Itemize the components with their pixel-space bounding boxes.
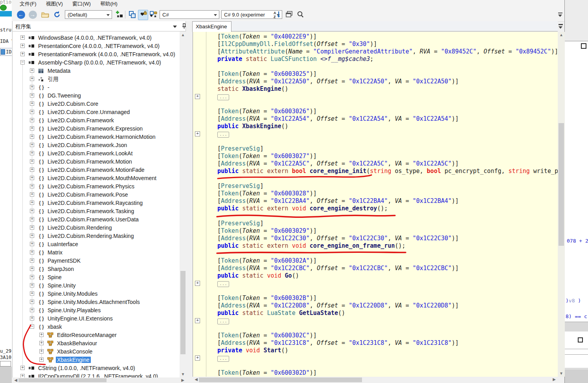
- tree-row[interactable]: +Il2CppDummyDll (2.7.1.6, .NETFramework,…: [13, 372, 180, 377]
- expand-icon[interactable]: +: [30, 267, 34, 271]
- expand-icon[interactable]: +: [30, 258, 34, 263]
- expand-icon[interactable]: +: [30, 291, 34, 296]
- tree-row[interactable]: +{ }Live2D.Cubism.Core: [13, 100, 180, 108]
- tree-row[interactable]: +{ }Spine.Unity.Playables: [13, 306, 180, 315]
- expand-icon[interactable]: +: [30, 77, 34, 81]
- expand-icon[interactable]: +: [30, 151, 34, 155]
- tree-row[interactable]: +{ }Matrix: [13, 249, 180, 257]
- expand-icon[interactable]: +: [30, 126, 34, 131]
- collapsed-region[interactable]: ...: [217, 130, 229, 138]
- tree-hscroll-thumb[interactable]: [18, 378, 107, 382]
- tree-row[interactable]: +{ }Spine.Unity.Modules.AttachmentTools: [13, 298, 180, 306]
- expand-icon[interactable]: +: [39, 349, 44, 354]
- expand-icon[interactable]: +: [30, 201, 34, 205]
- tree-row[interactable]: +{ }Live2D.Cubism.Core.Unmanaged: [13, 108, 180, 116]
- tree-row[interactable]: +{ }Live2D.Cubism.Framework: [13, 116, 180, 125]
- open-button[interactable]: [40, 10, 50, 19]
- tree-row[interactable]: +XbaskBehaviour: [13, 339, 180, 348]
- expand-icon[interactable]: +: [30, 316, 34, 320]
- tree-row[interactable]: +{ }Live2D.Cubism.Rendering.Masking: [13, 232, 180, 240]
- expand-icon[interactable]: +: [20, 366, 25, 370]
- tree-row[interactable]: +{ }Live2D.Cubism.Rendering: [13, 224, 180, 232]
- fold-expander[interactable]: +: [195, 355, 200, 361]
- tree-row[interactable]: +{ }Live2D.Cubism.Framework.HarmonicMoti…: [13, 133, 180, 141]
- code-horizontal-scrollbar[interactable]: ◀ ▶: [193, 377, 558, 383]
- expand-icon[interactable]: +: [30, 283, 34, 287]
- scroll-right-icon[interactable]: ▶: [551, 377, 557, 383]
- scroll-left-icon[interactable]: ◀: [193, 377, 199, 383]
- tab-xbaskengine[interactable]: XbaskEngine: [192, 21, 232, 32]
- collapsed-region[interactable]: ...: [217, 280, 229, 287]
- tree-row[interactable]: −Assembly-CSharp (0.0.0.0, .NETFramework…: [13, 59, 180, 67]
- tree-row[interactable]: +{ }Live2D.Cubism.Framework.Pose: [13, 191, 180, 199]
- tree-row[interactable]: −{ }xbask: [13, 323, 180, 331]
- collapse-icon[interactable]: −: [20, 60, 25, 64]
- windows-button[interactable]: [285, 10, 294, 19]
- tree-row[interactable]: +{ }Live2D.Cubism.Framework.UserData: [13, 215, 180, 224]
- menu-item-help[interactable]: 帮助(H): [96, 0, 122, 8]
- panel-dropdown-icon[interactable]: [173, 26, 177, 28]
- expand-icon[interactable]: +: [20, 44, 25, 48]
- collapsed-region[interactable]: ...: [217, 354, 229, 362]
- tree-row[interactable]: +{ }Live2D.Cubism.Framework.Motion: [13, 158, 180, 166]
- tree-row[interactable]: +{ }Live2D.Cubism.Framework.MouthMovemen…: [13, 174, 180, 182]
- tree-row[interactable]: +XbaskEngine: [13, 356, 180, 364]
- tree-row[interactable]: +{ }PaymentSDK: [13, 257, 180, 265]
- tree-row[interactable]: +{ }Live2D.Cubism.Framework.Json: [13, 141, 180, 149]
- tree-row[interactable]: +引用: [13, 75, 180, 83]
- expand-icon[interactable]: +: [30, 184, 34, 188]
- tree-row[interactable]: +{ }Live2D.Cubism.Framework.Expression: [13, 125, 180, 133]
- panel-splitter[interactable]: [186, 21, 193, 383]
- menu-item-window[interactable]: 窗口(W): [68, 0, 96, 8]
- expand-icon[interactable]: +: [30, 234, 34, 238]
- tree-row[interactable]: +CString (1.0.0.0, .NETFramework, v4.0): [13, 364, 180, 372]
- profile-combo[interactable]: (Default): [65, 10, 112, 19]
- tree-row[interactable]: +{ }Live2D.Cubism.Framework.Raycasting: [13, 199, 180, 207]
- collapse-icon[interactable]: −: [30, 324, 34, 329]
- tree-row[interactable]: +{ }-: [13, 83, 180, 92]
- tree-row[interactable]: +{ }Spine: [13, 273, 180, 282]
- expand-icon[interactable]: +: [30, 159, 34, 164]
- expand-icon[interactable]: +: [30, 110, 34, 114]
- tree-row[interactable]: +Metadata: [13, 67, 180, 75]
- expand-icon[interactable]: +: [30, 176, 34, 180]
- collapsed-dots[interactable]: ...: [217, 281, 229, 287]
- toolbar-overflow-button[interactable]: [557, 12, 564, 18]
- expand-icon[interactable]: +: [20, 35, 25, 40]
- expand-icon[interactable]: +: [30, 68, 34, 73]
- expand-icon[interactable]: +: [39, 333, 44, 337]
- tree-row[interactable]: +{ }Live2D.Cubism.Framework.LookAt: [13, 149, 180, 158]
- menu-item-view[interactable]: 视图(V): [41, 0, 68, 8]
- tree-row[interactable]: +{ }DG.Tweening: [13, 92, 180, 100]
- tree-vertical-scrollbar[interactable]: ▲ ▼: [180, 32, 186, 377]
- expand-icon[interactable]: +: [39, 341, 44, 345]
- clone-tab-button[interactable]: [127, 10, 137, 19]
- fold-expander[interactable]: +: [195, 281, 200, 286]
- expand-icon[interactable]: +: [30, 250, 34, 254]
- code-hscroll-thumb[interactable]: [199, 377, 362, 382]
- expand-icon[interactable]: +: [30, 85, 34, 89]
- collapsed-dots[interactable]: ...: [217, 319, 229, 324]
- expand-icon[interactable]: +: [30, 168, 34, 172]
- tree-row[interactable]: +{ }Live2D.Cubism.Framework.MotionFade: [13, 166, 180, 174]
- code-vertical-scrollbar[interactable]: ▲ ▼: [558, 32, 565, 377]
- expand-icon[interactable]: +: [30, 93, 34, 98]
- collapsed-dots[interactable]: ...: [217, 132, 229, 138]
- code-vscroll-thumb[interactable]: [559, 123, 564, 246]
- tree-row[interactable]: +{ }UnityEngine.UI.Extensions: [13, 315, 180, 323]
- expand-icon[interactable]: +: [39, 357, 44, 362]
- add-assembly-button[interactable]: [115, 10, 124, 19]
- forward-button[interactable]: →: [28, 10, 37, 19]
- tab-overflow-button[interactable]: [558, 24, 564, 29]
- scroll-left-icon[interactable]: ◀: [13, 377, 18, 383]
- collapsed-region[interactable]: ...: [217, 93, 229, 100]
- tree-row[interactable]: +XbaskConsole: [13, 348, 180, 356]
- tree-row[interactable]: +EditorResourceManager: [13, 331, 180, 339]
- scroll-up-icon[interactable]: ▲: [558, 32, 565, 38]
- expand-icon[interactable]: +: [30, 134, 34, 139]
- fold-expander[interactable]: +: [195, 131, 200, 136]
- tree-row[interactable]: +WindowsBase (4.0.0.0, .NETFramework, v4…: [13, 34, 180, 42]
- expand-icon[interactable]: +: [30, 143, 34, 147]
- tree-row[interactable]: +{ }Spine.Unity.Modules: [13, 290, 180, 298]
- expand-icon[interactable]: +: [30, 275, 34, 279]
